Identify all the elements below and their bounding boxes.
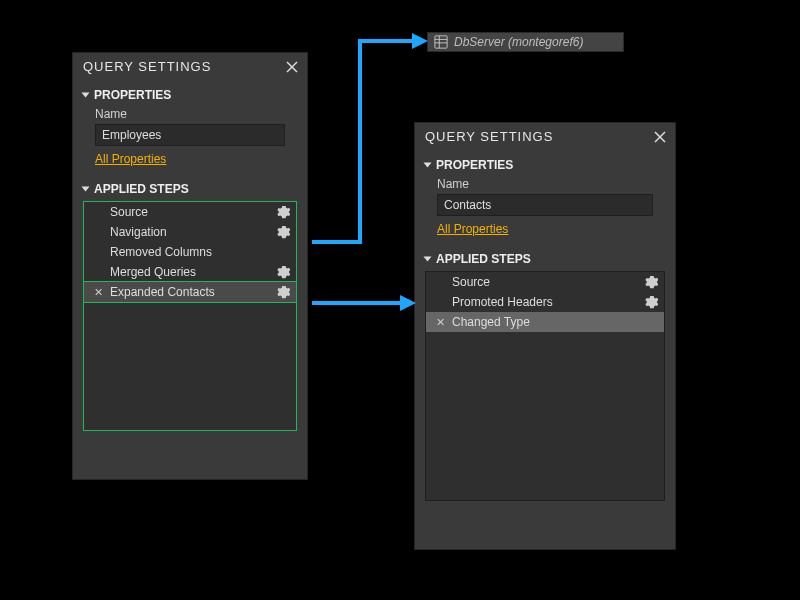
- db-node-label: DbServer (montegoref6): [454, 35, 583, 49]
- gear-icon[interactable]: [644, 295, 658, 309]
- panel-title-bar: QUERY SETTINGS: [73, 53, 307, 80]
- applied-steps-list: ✕Source✕Navigation✕Removed Columns✕Merge…: [83, 201, 297, 431]
- query-settings-panel-employees: QUERY SETTINGS PROPERTIES Name All Prope…: [72, 52, 308, 480]
- all-properties-link[interactable]: All Properties: [95, 152, 166, 166]
- applied-steps-header-label: APPLIED STEPS: [94, 182, 189, 196]
- step-label: Navigation: [106, 225, 276, 239]
- close-icon[interactable]: [285, 60, 299, 74]
- all-properties-link[interactable]: All Properties: [437, 222, 508, 236]
- step-row[interactable]: ✕Source: [426, 272, 664, 292]
- step-label: Expanded Contacts: [106, 285, 276, 299]
- step-row[interactable]: ✕Removed Columns: [84, 242, 296, 262]
- chevron-down-icon: [424, 257, 432, 262]
- delete-step-icon[interactable]: ✕: [432, 316, 448, 329]
- step-label: Source: [448, 275, 644, 289]
- step-row[interactable]: ✕Source: [84, 202, 296, 222]
- step-label: Promoted Headers: [448, 295, 644, 309]
- gear-icon[interactable]: [644, 275, 658, 289]
- step-label: Removed Columns: [106, 245, 276, 259]
- gear-icon[interactable]: [276, 265, 290, 279]
- applied-steps-list: ✕Source✕Promoted Headers✕Changed Type: [425, 271, 665, 501]
- applied-steps-header[interactable]: APPLIED STEPS: [425, 248, 665, 269]
- properties-section: PROPERTIES Name All Properties: [73, 80, 307, 174]
- name-input[interactable]: [437, 194, 653, 216]
- chevron-down-icon: [424, 163, 432, 168]
- db-node[interactable]: DbServer (montegoref6): [427, 32, 624, 52]
- svg-rect-0: [435, 36, 447, 48]
- applied-steps-header-label: APPLIED STEPS: [436, 252, 531, 266]
- step-label: Changed Type: [448, 315, 644, 329]
- properties-header[interactable]: PROPERTIES: [425, 154, 665, 175]
- applied-steps-header[interactable]: APPLIED STEPS: [83, 178, 297, 199]
- query-settings-panel-contacts: QUERY SETTINGS PROPERTIES Name All Prope…: [414, 122, 676, 550]
- step-row[interactable]: ✕Merged Queries: [84, 262, 296, 282]
- step-label: Source: [106, 205, 276, 219]
- gear-icon[interactable]: [276, 205, 290, 219]
- properties-header[interactable]: PROPERTIES: [83, 84, 297, 105]
- name-label: Name: [425, 175, 665, 194]
- step-row[interactable]: ✕Expanded Contacts: [83, 281, 297, 303]
- gear-icon[interactable]: [276, 285, 290, 299]
- step-row[interactable]: ✕Promoted Headers: [426, 292, 664, 312]
- step-row[interactable]: ✕Changed Type: [426, 312, 664, 332]
- panel-title-bar: QUERY SETTINGS: [415, 123, 675, 150]
- delete-step-icon[interactable]: ✕: [90, 286, 106, 299]
- properties-header-label: PROPERTIES: [436, 158, 513, 172]
- chevron-down-icon: [82, 187, 90, 192]
- panel-title: QUERY SETTINGS: [425, 129, 553, 144]
- applied-steps-section: APPLIED STEPS ✕Source✕Navigation✕Removed…: [73, 174, 307, 437]
- name-label: Name: [83, 105, 297, 124]
- close-icon[interactable]: [653, 130, 667, 144]
- panel-title: QUERY SETTINGS: [83, 59, 211, 74]
- gear-icon[interactable]: [276, 225, 290, 239]
- applied-steps-section: APPLIED STEPS ✕Source✕Promoted Headers✕C…: [415, 244, 675, 507]
- svg-marker-8: [412, 33, 428, 49]
- properties-section: PROPERTIES Name All Properties: [415, 150, 675, 244]
- chevron-down-icon: [82, 93, 90, 98]
- properties-header-label: PROPERTIES: [94, 88, 171, 102]
- step-label: Merged Queries: [106, 265, 276, 279]
- name-input[interactable]: [95, 124, 285, 146]
- step-row[interactable]: ✕Navigation: [84, 222, 296, 242]
- database-icon: [434, 35, 448, 49]
